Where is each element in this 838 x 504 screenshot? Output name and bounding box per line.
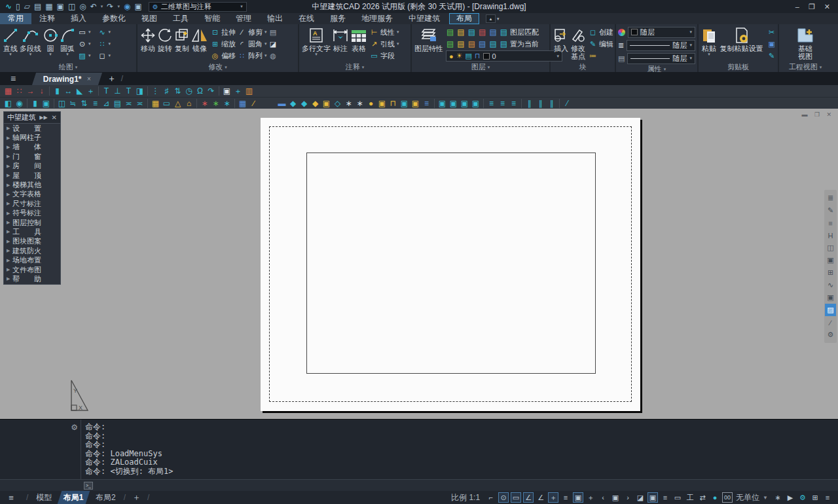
status-toggle-icon[interactable]: ≡: [560, 492, 571, 503]
toolbar-icon[interactable]: ▣: [41, 98, 52, 109]
move-button[interactable]: 移动: [140, 26, 156, 62]
base-view-button[interactable]: 基础视图: [790, 26, 821, 62]
quick-access-icon[interactable]: ▾: [117, 4, 120, 9]
layer-off-icon[interactable]: ▤: [500, 39, 507, 48]
circle-button[interactable]: 圆▾: [43, 26, 58, 62]
status-toggle-icon[interactable]: ◪: [635, 492, 646, 503]
status-toggle-icon[interactable]: ⊙: [498, 492, 509, 503]
toolbar-icon[interactable]: ∗: [221, 98, 232, 109]
layer-freeze-icon[interactable]: ▤: [468, 27, 475, 37]
layer-lock-icon[interactable]: ▤: [479, 27, 486, 37]
toolbar-icon[interactable]: ◉: [14, 98, 25, 109]
quick-access-icon[interactable]: ∿: [5, 2, 12, 11]
quick-access-icon[interactable]: ↷: [107, 2, 113, 11]
palette-item-图层控制[interactable]: ▶图层控制: [4, 218, 60, 227]
palette-item-门窗[interactable]: ▶门 窗: [4, 152, 60, 161]
status-toggle-icon[interactable]: 00: [722, 492, 733, 503]
toolbar-icon[interactable]: ↷: [206, 85, 217, 97]
quick-access-icon[interactable]: ▦: [45, 2, 52, 11]
offset-button[interactable]: ◎偏移: [211, 50, 236, 62]
status-toggle-icon[interactable]: ≡: [822, 492, 833, 503]
ribbon-tab-布局[interactable]: 布局: [449, 13, 479, 24]
quick-access-icon[interactable]: ▣: [57, 2, 64, 11]
toolbar-icon[interactable]: ▣: [459, 98, 470, 109]
toolbar-icon[interactable]: ∗: [210, 98, 221, 109]
side-toolbar-icon[interactable]: ⚙: [825, 329, 836, 341]
toolbar-icon[interactable]: ▦: [3, 85, 14, 97]
ribbon-tab-视图[interactable]: 视图: [134, 13, 165, 24]
ribbon-collapse-control[interactable]: ▴▾: [486, 13, 500, 24]
toolbar-icon[interactable]: ▬: [276, 98, 287, 109]
copy-paste-settings-button[interactable]: 复制粘贴设置: [718, 26, 765, 62]
line-button[interactable]: 直线▾: [3, 26, 18, 62]
scale-button[interactable]: ⊞缩放: [211, 38, 236, 50]
add-layout-button[interactable]: ＋: [130, 492, 143, 503]
expand-arrow-icon[interactable]: ▶: [7, 267, 12, 272]
side-toolbar-icon[interactable]: ▨: [825, 304, 836, 316]
ribbon-tab-常用[interactable]: 常用: [0, 13, 31, 24]
status-toggle-icon[interactable]: ●: [710, 492, 720, 503]
status-toggle-icon[interactable]: ▭: [672, 492, 683, 503]
expand-arrow-icon[interactable]: ▶: [7, 229, 12, 234]
palette-item-建筑防火[interactable]: ▶建筑防火: [4, 246, 60, 255]
expand-arrow-icon[interactable]: ▶: [7, 145, 12, 150]
trim-button[interactable]: ∕修剪▾: [238, 26, 267, 38]
rectangle-tool[interactable]: ▭▾∿▾: [78, 26, 111, 38]
side-toolbar-icon[interactable]: ◫: [825, 242, 836, 254]
toolbar-icon[interactable]: ∥: [546, 98, 557, 109]
toolbar-icon[interactable]: ⌂: [183, 98, 194, 109]
toolbar-icon[interactable]: T: [123, 85, 134, 97]
expand-arrow-icon[interactable]: ▶: [7, 248, 12, 253]
mirror-button[interactable]: 镜像: [191, 26, 208, 62]
status-toggle-icon[interactable]: ▣: [647, 492, 658, 503]
toolbar-icon[interactable]: ◆: [310, 98, 321, 109]
explode-button[interactable]: ▤: [269, 26, 278, 38]
linetype-dropdown[interactable]: 随层▾: [627, 53, 695, 64]
expand-arrow-icon[interactable]: ▶: [7, 192, 12, 197]
palette-pin-icon[interactable]: ▶▶: [39, 115, 47, 120]
quick-access-icon[interactable]: ▣: [134, 2, 141, 11]
layer-thaw-icon[interactable]: ▤: [457, 39, 464, 48]
drawing-window-controls[interactable]: ▬ ❐ ✕: [801, 111, 834, 118]
layer-properties-button[interactable]: 图层特性: [414, 26, 443, 62]
expand-arrow-icon[interactable]: ▶: [7, 126, 12, 131]
toolbar-icon[interactable]: ◣: [74, 85, 85, 97]
status-toggle-icon[interactable]: ▭: [511, 492, 521, 503]
toolbar-icon[interactable]: ◷: [183, 85, 194, 97]
toolbar-icon[interactable]: ◨: [134, 85, 145, 97]
toolbar-icon[interactable]: ≡: [508, 98, 519, 109]
status-toggle-icon[interactable]: ‹: [598, 492, 608, 503]
group-label-modify[interactable]: 修改▾: [137, 62, 298, 72]
status-toggle-icon[interactable]: ＋: [548, 492, 558, 503]
scale-indicator[interactable]: 比例 1:1: [451, 492, 480, 503]
palette-item-房间[interactable]: ▶房 间: [4, 162, 60, 171]
workspace-selector[interactable]: ⚙ 二维草图与注释 ▾: [149, 2, 247, 12]
mtext-button[interactable]: A 多行文字▾: [302, 26, 331, 62]
toolbar-icon[interactable]: ＋: [85, 85, 96, 97]
edit-block-button[interactable]: ✎编辑: [589, 38, 613, 50]
toolbar-icon[interactable]: ◫: [56, 98, 67, 109]
toolbar-icon[interactable]: T: [101, 85, 112, 97]
layer-prev-icon[interactable]: ▤: [479, 39, 486, 48]
side-toolbar-icon[interactable]: ✎: [825, 204, 836, 217]
minimize-button[interactable]: –: [795, 3, 799, 11]
ribbon-tab-服务[interactable]: 服务: [322, 13, 354, 24]
document-menu-icon[interactable]: ≡: [0, 72, 26, 85]
table-button[interactable]: 表格: [350, 26, 367, 62]
toolbar-icon[interactable]: ∥: [535, 98, 546, 109]
toolbar-icon[interactable]: ▭: [161, 98, 172, 109]
hatch-tool[interactable]: ▨▾◻▾: [78, 50, 111, 62]
toolbar-icon[interactable]: ▣: [321, 98, 332, 109]
toolbar-icon[interactable]: ＋: [232, 85, 244, 97]
layout-viewport[interactable]: [306, 153, 596, 374]
linear-dim-button[interactable]: ⊢线性▾: [370, 26, 399, 38]
toolbar-icon[interactable]: ◆: [299, 98, 310, 109]
expand-arrow-icon[interactable]: ▶: [7, 154, 12, 159]
create-block-button[interactable]: ◻创建: [589, 26, 613, 38]
toolbar-icon[interactable]: ∗: [199, 98, 210, 109]
units-indicator[interactable]: 无单位: [736, 492, 759, 503]
fillet-button[interactable]: ◜圆角▾: [238, 38, 267, 50]
expand-arrow-icon[interactable]: ▶: [7, 164, 12, 169]
quick-access-icon[interactable]: ◎: [79, 2, 86, 11]
toolbar-icon[interactable]: ≍: [134, 98, 145, 109]
